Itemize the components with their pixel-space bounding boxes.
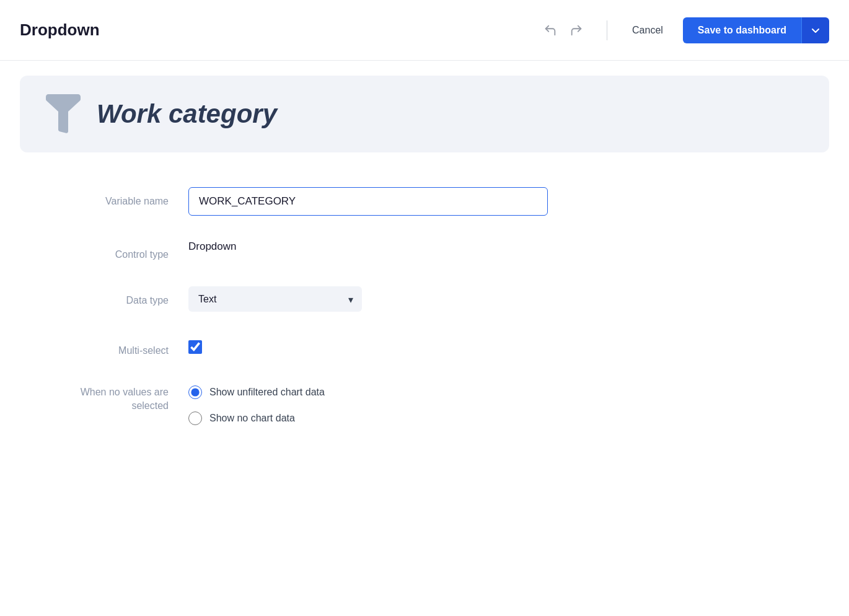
chevron-down-icon <box>811 25 820 35</box>
widget-title: Work category <box>97 99 277 129</box>
cancel-button[interactable]: Cancel <box>622 19 673 42</box>
radio-unfiltered-label: Show unfiltered chart data <box>209 387 325 398</box>
form-container: Variable name Control type Dropdown Data… <box>0 167 849 470</box>
variable-name-row: Variable name <box>20 187 829 216</box>
redo-icon <box>570 24 583 37</box>
variable-name-input[interactable] <box>188 187 548 216</box>
multiselect-row: Multi-select <box>20 337 829 358</box>
radio-nodata-label: Show no chart data <box>209 413 295 424</box>
radio-unfiltered[interactable] <box>188 385 202 399</box>
save-button[interactable]: Save to dashboard <box>683 17 801 43</box>
control-type-value: Dropdown <box>188 233 237 252</box>
undo-button[interactable] <box>540 20 561 41</box>
filter-icon <box>45 93 82 135</box>
control-type-row: Control type Dropdown <box>20 240 829 262</box>
variable-name-field <box>188 187 548 216</box>
radio-option-unfiltered[interactable]: Show unfiltered chart data <box>188 385 548 399</box>
data-type-select-wrapper: Text Number Date <box>188 286 362 312</box>
data-type-row: Data type Text Number Date <box>20 286 829 312</box>
control-type-field: Dropdown <box>188 240 548 253</box>
no-values-field: Show unfiltered chart data Show no chart… <box>188 383 548 425</box>
header-divider <box>607 20 607 40</box>
multiselect-checkbox[interactable] <box>188 340 202 354</box>
undo-icon <box>543 24 557 37</box>
data-type-select[interactable]: Text Number Date <box>188 286 362 312</box>
data-type-field: Text Number Date <box>188 286 548 312</box>
page-title: Dropdown <box>20 20 540 40</box>
no-values-row: When no values are selected Show unfilte… <box>20 383 829 425</box>
control-type-label: Control type <box>20 240 169 262</box>
data-type-label: Data type <box>20 286 169 307</box>
radio-nodata[interactable] <box>188 411 202 425</box>
redo-button[interactable] <box>566 20 587 41</box>
multiselect-field <box>188 337 548 354</box>
save-dropdown-button[interactable] <box>801 17 829 43</box>
no-values-radio-group: Show unfiltered chart data Show no chart… <box>188 383 548 425</box>
no-values-label: When no values are selected <box>20 383 169 413</box>
header-actions: Cancel Save to dashboard <box>540 17 829 43</box>
page-header: Dropdown Cancel Save to dashboard <box>0 0 849 61</box>
variable-name-label: Variable name <box>20 187 169 208</box>
radio-option-nodata[interactable]: Show no chart data <box>188 411 548 425</box>
save-button-group: Save to dashboard <box>683 17 829 43</box>
multiselect-label: Multi-select <box>20 337 169 358</box>
widget-banner: Work category <box>20 76 829 152</box>
history-buttons <box>540 20 587 41</box>
